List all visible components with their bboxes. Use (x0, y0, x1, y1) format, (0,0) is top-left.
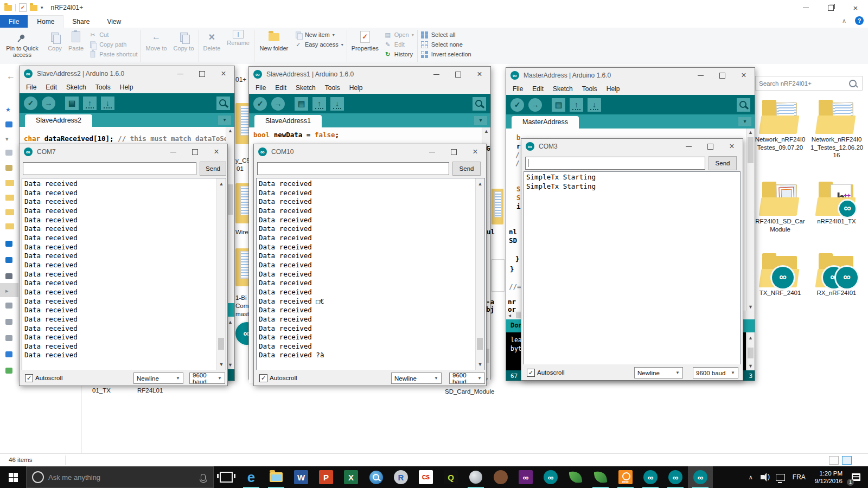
google-earth-icon[interactable] (463, 466, 488, 488)
send-button[interactable]: Send (452, 162, 481, 176)
pdf-app-icon[interactable] (613, 466, 638, 488)
menu-item-sketch[interactable]: Sketch (66, 84, 86, 91)
menu-item-file[interactable]: File (26, 84, 36, 91)
window-titlebar[interactable]: COM10 × (254, 144, 486, 159)
autoscroll-checkbox[interactable] (259, 374, 267, 382)
upload-button[interactable]: → (528, 98, 542, 112)
open-sketch-button[interactable]: ↑ (312, 97, 326, 111)
explorer-minimize-button[interactable] (793, 0, 818, 15)
nav-item-fragment[interactable] (5, 180, 14, 186)
microphone-icon[interactable] (201, 474, 206, 481)
leaf-app-icon-2[interactable] (588, 466, 613, 488)
ribbon-collapse-icon[interactable]: ∧ (842, 17, 846, 24)
maximize-button[interactable] (711, 68, 733, 82)
upload-button[interactable]: → (271, 97, 285, 111)
minimize-button[interactable] (690, 68, 711, 82)
window-titlebar[interactable]: MasterAddress | Arduino 1.6.0 × (506, 68, 755, 83)
serial-input-field[interactable] (525, 157, 705, 170)
verify-button[interactable]: ✓ (24, 97, 37, 110)
scroll-up-icon[interactable]: ▲ (217, 179, 226, 189)
close-button[interactable]: × (213, 67, 234, 81)
window-titlebar[interactable]: COM3 × (521, 139, 743, 154)
nav-item-fragment[interactable] (5, 319, 12, 325)
close-button[interactable]: × (469, 67, 490, 81)
r-project-icon[interactable]: R (388, 466, 413, 488)
tab-share[interactable]: Share (63, 15, 98, 28)
pin-to-quick-access-button[interactable]: Pin to Quick access (0, 28, 44, 64)
tab-view[interactable]: View (98, 15, 130, 28)
nav-item-fragment[interactable] (5, 273, 12, 279)
console-scrollbar[interactable]: ▲ ▼ (746, 332, 755, 371)
easy-access-button[interactable]: ✓Easy access▾ (295, 41, 343, 48)
line-ending-dropdown[interactable]: Newline▼ (634, 367, 683, 378)
sketch-tab[interactable]: MasterAddress (512, 116, 579, 129)
edge-icon[interactable]: e (239, 466, 264, 488)
delete-button[interactable]: × Delete (200, 28, 224, 64)
nav-item-fragment[interactable] (5, 303, 12, 309)
folder-item[interactable]: RF24I01_SD_CarModule (754, 182, 806, 233)
word-icon[interactable]: W (289, 466, 314, 488)
start-button[interactable] (0, 466, 26, 488)
nav-item-fragment[interactable] (5, 335, 12, 341)
maximize-button[interactable] (191, 67, 213, 81)
tab-menu-icon[interactable]: ▾ (474, 116, 487, 125)
serial-output[interactable]: SimpleTx StartingSimpleTx Starting (524, 171, 741, 365)
window-titlebar[interactable]: COM7 × (20, 144, 227, 159)
serial-input-field[interactable] (257, 162, 449, 175)
scrollbar-thumb[interactable] (227, 184, 233, 215)
close-button[interactable]: × (464, 145, 486, 159)
move-to-button[interactable]: ← Move to (142, 28, 170, 64)
maximize-button[interactable] (184, 145, 206, 159)
minimize-button[interactable] (169, 67, 191, 81)
menu-item-file[interactable]: File (256, 84, 266, 92)
baud-rate-dropdown[interactable]: 9600 baud▼ (189, 373, 225, 384)
menu-item-tools[interactable]: Tools (325, 84, 340, 92)
open-button[interactable]: ▤Open▾ (384, 31, 414, 38)
editor-scrollbar[interactable]: ▲ ▼ (746, 129, 755, 311)
tab-file[interactable]: File (0, 15, 28, 28)
serial-monitor-button[interactable] (473, 97, 486, 111)
send-button[interactable]: Send (709, 156, 737, 170)
nav-item-fragment[interactable]: ▾ (5, 136, 9, 143)
paste-shortcut-button[interactable]: Paste shortcut (89, 50, 137, 58)
eagle-cad-icon[interactable]: CS (413, 466, 438, 488)
help-icon[interactable]: ? (855, 16, 864, 25)
line-ending-dropdown[interactable]: Newline▼ (391, 373, 442, 384)
baud-rate-dropdown[interactable]: 9600 baud▼ (449, 373, 485, 384)
nav-item-fragment[interactable] (5, 121, 12, 127)
send-button[interactable]: Send (200, 162, 226, 176)
autoscroll-checkbox[interactable] (25, 374, 33, 382)
folder-item[interactable]: ∞TX_NRF_2401 (754, 254, 806, 297)
pliers-tool-icon[interactable] (488, 466, 513, 488)
line-ending-dropdown[interactable]: Newline▼ (133, 373, 183, 384)
menu-item-edit[interactable]: Edit (532, 85, 544, 93)
nav-item-fragment[interactable] (5, 209, 14, 215)
explorer-close-button[interactable]: × (843, 0, 868, 15)
menu-item-help[interactable]: Help (349, 84, 363, 92)
save-sketch-button[interactable]: ↓ (588, 98, 601, 112)
nav-item-fragment[interactable]: ▸ (5, 287, 9, 294)
tab-home[interactable]: Home (28, 15, 63, 28)
arduino-window-icon-3[interactable]: ∞ (688, 466, 713, 488)
copy-button[interactable]: Copy (44, 28, 65, 64)
thumbnail-view-toggle-icon[interactable] (842, 456, 852, 465)
serial-output[interactable]: Data receivedData receivedData receivedD… (256, 178, 485, 371)
scrollbar-thumb[interactable] (218, 338, 224, 350)
nav-item-fragment[interactable] (5, 241, 12, 247)
baud-rate-dropdown[interactable]: 9600 baud▼ (693, 367, 738, 378)
search-orb-icon[interactable] (363, 466, 388, 488)
scroll-up-icon[interactable]: ▲ (226, 128, 234, 133)
nav-item-fragment[interactable] (5, 368, 12, 374)
qat-check-icon[interactable]: ✓ (19, 3, 27, 12)
minimize-button[interactable] (425, 67, 447, 81)
nav-item-fragment[interactable] (5, 165, 12, 171)
serial-input-field[interactable] (23, 162, 196, 175)
scroll-up-icon[interactable]: ▲ (476, 179, 484, 189)
autoscroll-checkbox[interactable] (527, 369, 535, 377)
nav-item-fragment[interactable] (5, 195, 14, 201)
save-sketch-button[interactable]: ↓ (330, 97, 344, 111)
maximize-button[interactable] (447, 67, 469, 81)
new-folder-button[interactable]: New folder (256, 28, 292, 64)
serial-output[interactable]: Data receivedData receivedData receivedD… (22, 178, 226, 371)
menu-item-edit[interactable]: Edit (46, 84, 57, 91)
